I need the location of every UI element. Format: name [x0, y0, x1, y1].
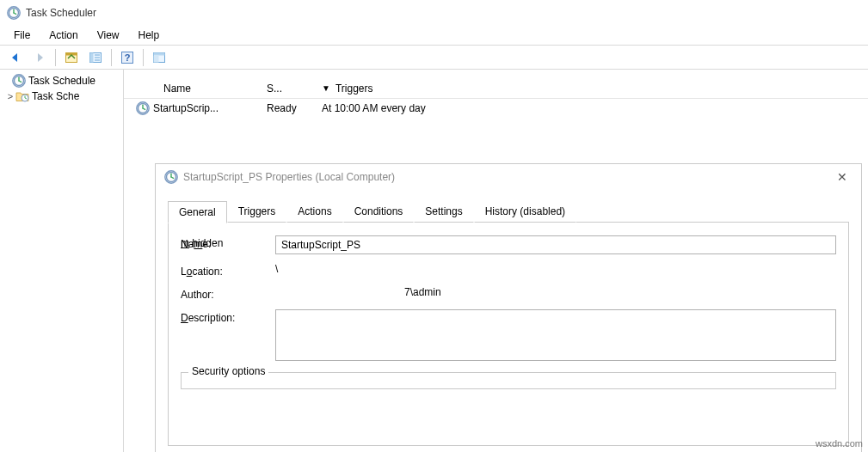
author-value: 7\admin — [275, 286, 836, 298]
tab-page-general: m hidden Name: Location: \ Author: 7\adm… — [168, 223, 849, 446]
forward-button[interactable] — [29, 47, 50, 68]
task-name: StartupScrip... — [153, 102, 219, 114]
col-status[interactable]: S... — [258, 80, 313, 97]
toolbar-panel-button[interactable] — [149, 47, 169, 68]
dialog-title-text: StartupScript_PS Properties (Local Compu… — [183, 171, 395, 183]
name-field[interactable] — [275, 235, 836, 254]
menu-file[interactable]: File — [5, 27, 39, 43]
task-row[interactable]: StartupScrip... Ready At 10:00 AM every … — [124, 99, 868, 118]
task-triggers: At 10:00 AM every day — [313, 101, 868, 116]
svg-rect-14 — [154, 52, 165, 55]
col-triggers[interactable]: ▼ Triggers — [313, 80, 868, 97]
sort-desc-icon: ▼ — [322, 83, 330, 93]
clock-icon — [164, 170, 178, 184]
toolbar-pane-button[interactable] — [61, 47, 82, 68]
col-name[interactable]: Name — [155, 80, 258, 97]
location-value: \ — [275, 263, 836, 275]
toolbar-separator — [111, 49, 112, 66]
label-name: Name: — [181, 235, 275, 250]
tab-triggers[interactable]: Triggers — [227, 200, 287, 223]
tab-history[interactable]: History (disabled) — [474, 200, 576, 223]
svg-rect-7 — [90, 52, 94, 62]
tree-expander[interactable]: > — [5, 91, 15, 101]
properties-dialog: StartupScript_PS Properties (Local Compu… — [155, 163, 862, 452]
clock-icon — [136, 101, 150, 115]
tab-strip: General Triggers Actions Conditions Sett… — [168, 200, 849, 223]
col-icon[interactable] — [124, 86, 155, 91]
svg-text:?: ? — [125, 52, 131, 63]
menu-view[interactable]: View — [89, 27, 128, 43]
help-button[interactable]: ? — [117, 47, 138, 68]
window-titlebar: Task Scheduler — [0, 0, 868, 26]
close-button[interactable]: ✕ — [832, 170, 853, 184]
tree-root-label: Task Schedule — [28, 75, 95, 87]
window-title: Task Scheduler — [26, 7, 96, 19]
clock-icon — [7, 6, 21, 20]
security-groupbox: Security options — [181, 372, 836, 389]
tree-root[interactable]: Task Schedule — [2, 73, 121, 89]
svg-rect-15 — [154, 55, 159, 62]
tab-settings[interactable]: Settings — [414, 200, 473, 223]
col-triggers-label: Triggers — [336, 82, 373, 95]
tree-child[interactable]: > Task Sche — [2, 89, 121, 104]
toolbar-separator — [143, 49, 144, 66]
toolbar-detail-button[interactable] — [85, 47, 106, 68]
folder-clock-icon — [15, 89, 29, 103]
task-status: Ready — [258, 101, 313, 116]
toolbar-separator — [55, 49, 56, 66]
clock-icon — [12, 74, 26, 88]
tab-actions[interactable]: Actions — [286, 200, 342, 223]
task-list-header: Name S... ▼ Triggers — [124, 78, 868, 99]
tree-child-label: Task Sche — [32, 90, 79, 102]
back-button[interactable] — [5, 47, 26, 68]
label-location: Location: — [181, 263, 275, 278]
tab-conditions[interactable]: Conditions — [343, 200, 415, 223]
label-author: Author: — [181, 286, 275, 301]
menu-help[interactable]: Help — [130, 27, 169, 43]
label-description: Description: — [181, 309, 275, 324]
security-group-title: Security options — [188, 365, 268, 377]
watermark: wsxdn.com — [816, 438, 863, 449]
toolbar: ? — [0, 46, 868, 70]
dialog-titlebar[interactable]: StartupScript_PS Properties (Local Compu… — [156, 164, 861, 190]
menu-action[interactable]: Action — [40, 27, 86, 43]
tree-panel: Task Schedule > Task Sche — [0, 70, 124, 452]
description-field[interactable] — [275, 309, 836, 361]
menubar: File Action View Help — [0, 26, 868, 45]
tab-general[interactable]: General — [168, 201, 227, 223]
